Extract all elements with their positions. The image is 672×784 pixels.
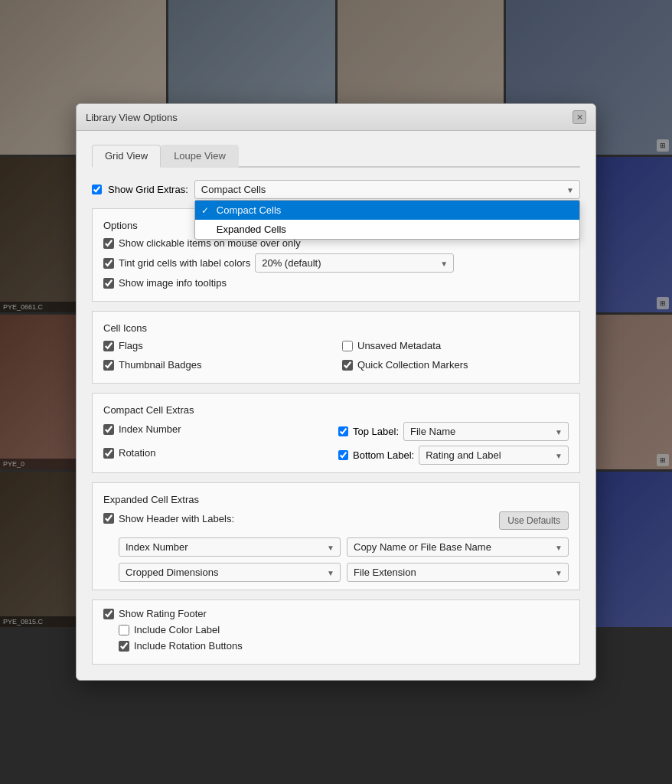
show-grid-extras-select[interactable]: Compact Cells Expanded Cells <box>194 180 580 199</box>
include-rotation-buttons-label: Include Rotation Buttons <box>134 640 243 652</box>
tab-grid-view[interactable]: Grid View <box>92 145 161 168</box>
bottom-label-select-wrapper: Rating and Label ▼ <box>419 446 569 465</box>
show-header-label: Show Header with Labels: <box>119 513 234 524</box>
show-grid-extras-label: Show Grid Extras: <box>108 184 188 195</box>
expanded-extras-title: Expanded Cell Extras <box>103 494 569 505</box>
compact-extras-grid: Index Number Top Label: File Name ▼ <box>103 422 569 465</box>
expanded-select-4[interactable]: File Extension <box>347 563 569 582</box>
top-label-checkbox[interactable] <box>338 426 348 436</box>
use-defaults-button[interactable]: Use Defaults <box>499 511 569 530</box>
expanded-select-1[interactable]: Index Number <box>119 537 341 557</box>
tint-grid-row: Tint grid cells with label colors 20% (d… <box>103 253 569 273</box>
quick-collection-label: Quick Collection Markers <box>357 359 468 371</box>
close-button[interactable]: ✕ <box>573 110 586 124</box>
index-number-label: Index Number <box>119 423 181 435</box>
expanded-select-3[interactable]: Cropped Dimensions <box>119 563 341 582</box>
cell-icons-grid: Flags Unsaved Metadata Thumbnail Badges … <box>103 340 569 375</box>
compact-extras-title: Compact Cell Extras <box>103 404 569 416</box>
include-color-label-checkbox[interactable] <box>119 625 129 635</box>
include-color-label-label: Include Color Label <box>134 624 220 635</box>
dropdown-item-compact[interactable]: ✓ Compact Cells <box>195 201 579 220</box>
bottom-label-select[interactable]: Rating and Label <box>419 446 569 465</box>
flags-checkbox[interactable] <box>103 341 114 351</box>
four-selects-grid: Index Number ▼ Copy Name or File Base Na… <box>103 537 569 582</box>
top-label-row: Top Label: File Name ▼ <box>338 422 569 441</box>
library-view-options-dialog: Library View Options ✕ Grid View Loupe V… <box>76 103 596 681</box>
dropdown-item-compact-label: Compact Cells <box>217 204 282 216</box>
expanded-extras-section: Expanded Cell Extras Show Header with La… <box>92 482 580 590</box>
thumbnail-badges-checkbox[interactable] <box>103 360 114 371</box>
expanded-select-1-wrapper: Index Number ▼ <box>119 537 341 557</box>
cell-icons-section: Cell Icons Flags Unsaved Metadata Thumbn… <box>92 311 580 384</box>
index-number-row: Index Number <box>103 423 334 435</box>
bottom-label-label: Bottom Label: <box>353 449 414 461</box>
show-rating-footer-row: Show Rating Footer <box>103 608 569 619</box>
expanded-header-row: Show Header with Labels: Use Defaults <box>103 511 569 530</box>
top-label-label: Top Label: <box>353 426 399 437</box>
unsaved-metadata-checkbox[interactable] <box>342 341 353 351</box>
dropdown-item-expanded-label: Expanded Cells <box>217 224 286 235</box>
rotation-checkbox[interactable] <box>103 448 114 459</box>
show-grid-extras-select-wrapper: Compact Cells Expanded Cells ▼ ✓ Compact… <box>194 180 580 199</box>
check-mark-icon: ✓ <box>201 205 209 216</box>
dialog-title: Library View Options <box>86 112 178 123</box>
expanded-select-2[interactable]: Copy Name or File Base Name <box>347 537 569 557</box>
dialog-backdrop: Library View Options ✕ Grid View Loupe V… <box>0 0 672 784</box>
tint-select-wrapper: 20% (default) ▼ <box>255 253 454 273</box>
dropdown-item-expanded[interactable]: Expanded Cells <box>195 220 579 239</box>
show-rating-footer-label: Show Rating Footer <box>119 608 207 619</box>
rating-footer-section: Show Rating Footer Include Color Label I… <box>92 599 580 665</box>
include-rotation-buttons-checkbox[interactable] <box>119 641 129 652</box>
unsaved-metadata-label: Unsaved Metadata <box>357 340 441 351</box>
quick-collection-row: Quick Collection Markers <box>342 359 569 371</box>
rating-footer-options: Include Color Label Include Rotation But… <box>103 624 569 652</box>
thumbnail-badges-row: Thumbnail Badges <box>103 359 330 371</box>
cell-icons-title: Cell Icons <box>103 322 569 334</box>
dialog-body: Grid View Loupe View Show Grid Extras: C… <box>77 131 595 680</box>
show-grid-extras-checkbox[interactable] <box>92 185 102 194</box>
tint-grid-checkbox[interactable] <box>103 258 114 269</box>
tint-grid-label: Tint grid cells with label colors <box>119 257 250 269</box>
quick-collection-checkbox[interactable] <box>342 360 353 371</box>
show-tooltips-checkbox[interactable] <box>103 278 114 289</box>
top-label-select-wrapper: File Name ▼ <box>403 422 569 441</box>
flags-row: Flags <box>103 340 330 351</box>
tab-loupe-view[interactable]: Loupe View <box>161 145 239 168</box>
bottom-label-row: Bottom Label: Rating and Label ▼ <box>338 446 569 465</box>
tab-bar: Grid View Loupe View <box>92 143 580 168</box>
dialog-titlebar: Library View Options ✕ <box>77 104 595 131</box>
flags-label: Flags <box>119 340 143 351</box>
include-rotation-buttons-row: Include Rotation Buttons <box>119 640 569 652</box>
expanded-select-2-wrapper: Copy Name or File Base Name ▼ <box>347 537 569 557</box>
rotation-row: Rotation <box>103 447 334 459</box>
show-rating-footer-checkbox[interactable] <box>103 609 114 619</box>
thumbnail-badges-label: Thumbnail Badges <box>119 359 201 371</box>
show-header-row: Show Header with Labels: <box>103 513 234 524</box>
unsaved-metadata-row: Unsaved Metadata <box>342 340 569 351</box>
include-color-label-row: Include Color Label <box>119 624 569 635</box>
bottom-label-checkbox[interactable] <box>338 450 348 460</box>
expanded-select-4-wrapper: File Extension ▼ <box>347 563 569 582</box>
tint-select[interactable]: 20% (default) <box>255 253 454 273</box>
rotation-label: Rotation <box>119 447 155 459</box>
compact-extras-section: Compact Cell Extras Index Number Top Lab… <box>92 393 580 473</box>
show-header-checkbox[interactable] <box>103 513 114 524</box>
expanded-select-3-wrapper: Cropped Dimensions ▼ <box>119 563 341 582</box>
show-clickable-checkbox[interactable] <box>103 238 114 249</box>
show-tooltips-row: Show image info tooltips <box>103 277 569 289</box>
show-grid-extras-row: Show Grid Extras: Compact Cells Expanded… <box>92 180 580 199</box>
grid-extras-dropdown[interactable]: ✓ Compact Cells Expanded Cells <box>194 200 580 240</box>
index-number-checkbox[interactable] <box>103 424 114 435</box>
top-label-select[interactable]: File Name <box>403 422 569 441</box>
show-tooltips-label: Show image info tooltips <box>119 277 227 289</box>
